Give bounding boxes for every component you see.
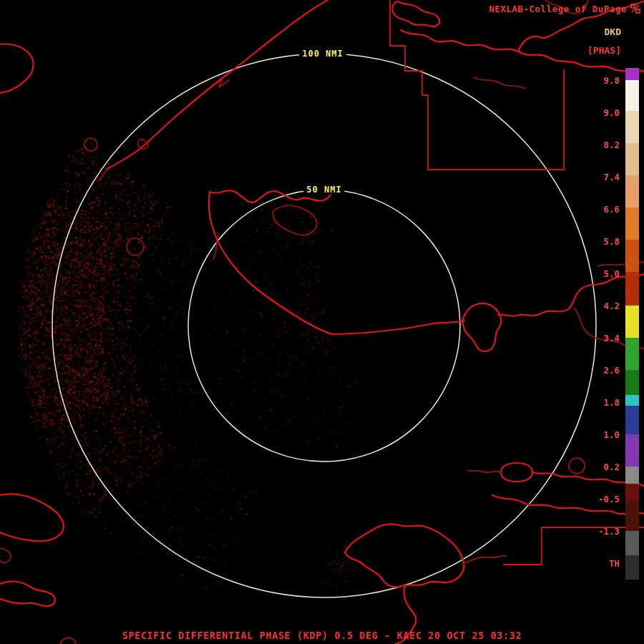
radar-display: 100 NMI 50 NMI NEXLAB-College of DuPage …	[0, 0, 644, 644]
colorbar-segment	[625, 306, 639, 338]
colorbar-segment	[625, 111, 639, 143]
bay-inlet-east	[463, 303, 502, 351]
colorbar-tick-label: 5.8	[603, 236, 620, 247]
river-east	[498, 274, 644, 316]
colorbar-tick-label: -0.5	[598, 494, 620, 504]
colorbar-tick-label: TH	[609, 558, 620, 569]
island-topleft	[0, 44, 34, 94]
colorbar-segment	[625, 208, 639, 240]
colorbar-segment	[625, 272, 639, 306]
colorbar-ticks: 9.89.08.27.46.65.85.04.23.42.61.81.00.2-…	[580, 68, 620, 580]
colorbar-segment	[625, 240, 639, 272]
shape-top-north	[392, 1, 439, 26]
colorbar-tick-label: 9.8	[603, 75, 620, 86]
delta-outline	[345, 524, 464, 587]
lake-circle-2	[127, 238, 144, 255]
colorbar-segment	[625, 143, 639, 175]
lake-loop-southeast	[501, 463, 532, 482]
colorbar-tick-label: 4.2	[603, 301, 620, 311]
cod-logo-icon	[630, 4, 640, 14]
colorbar-tick-label: 5.0	[603, 268, 620, 279]
range-ring-label-50nmi: 50 NMI	[303, 185, 344, 195]
colorbar-tick-label: 1.8	[603, 397, 620, 408]
river-southeast-2	[492, 495, 644, 514]
river-branch-small	[474, 77, 525, 89]
map-outlines	[0, 0, 644, 644]
coastline-central	[209, 192, 464, 334]
colorbar-segment	[625, 467, 639, 484]
island-west-1	[0, 494, 64, 541]
colorbar-tick-label: 9.0	[603, 107, 620, 118]
coastline-spur	[99, 169, 107, 180]
island-southwest	[0, 582, 55, 606]
product-units: [PHAS]	[587, 45, 621, 56]
colorbar-segment	[625, 434, 639, 467]
colorbar	[625, 68, 639, 580]
colorbar-segment	[625, 501, 639, 531]
colorbar-tick-label: 3.4	[603, 333, 620, 343]
footer-caption: SPECIFIC DIFFERENTIAL PHASE (KDP) 0.5 DE…	[0, 630, 644, 641]
lagoon-outline	[273, 205, 317, 235]
colorbar-tick-label: 2.6	[603, 365, 620, 376]
colorbar-segment	[625, 555, 639, 580]
colorbar-segment	[625, 175, 639, 208]
lake-loop-west-arm	[468, 470, 501, 472]
colorbar-segment	[625, 531, 639, 555]
delta-east-arm	[464, 556, 507, 563]
colorbar-segment	[625, 338, 639, 370]
colorbar-tick-label: 0.2	[603, 462, 620, 472]
island-west-2	[0, 548, 11, 563]
colorbar-segment	[625, 395, 639, 406]
inlet-descender	[213, 236, 219, 259]
lake-circle-1	[84, 138, 97, 151]
border-stairstep-south	[504, 527, 644, 565]
range-ring-label-100nmi: 100 NMI	[299, 49, 346, 59]
colorbar-segment	[625, 68, 639, 80]
colorbar-segment	[625, 484, 639, 501]
colorbar-tick-label: 6.6	[603, 204, 620, 215]
brand-text: NEXLAB-College of DuPage	[489, 4, 627, 14]
colorbar-tick-label: 1.0	[603, 429, 620, 440]
colorbar-segment	[625, 406, 639, 434]
coastline-northwest	[107, 0, 328, 169]
map-outlines-layer	[0, 0, 644, 644]
colorbar-tick-label: 7.4	[603, 172, 620, 182]
coastline-zigzag	[213, 80, 229, 87]
colorbar-segment	[625, 370, 639, 395]
colorbar-segment	[625, 80, 639, 111]
colorbar-tick-label: 8.2	[603, 140, 620, 150]
product-code: DKD	[605, 26, 621, 37]
colorbar-tick-label: -1.3	[598, 526, 620, 537]
